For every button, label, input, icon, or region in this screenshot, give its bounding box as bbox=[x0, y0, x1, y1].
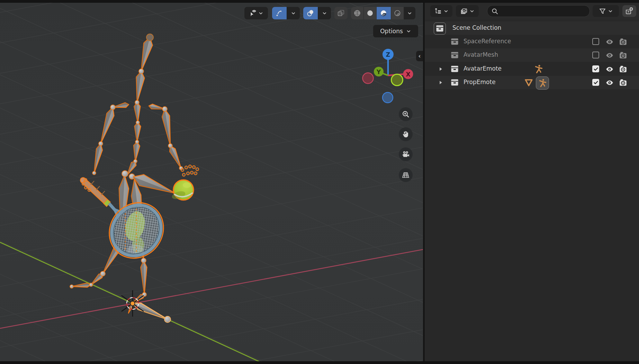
outliner-header bbox=[425, 3, 639, 19]
active-object-indicator bbox=[536, 76, 549, 90]
exclude-checkbox[interactable] bbox=[592, 38, 599, 45]
grid-toggle-button[interactable] bbox=[399, 168, 413, 182]
chevron-down-icon bbox=[469, 9, 475, 14]
show-gizmos-toggle[interactable] bbox=[272, 7, 287, 19]
shading-solid-button[interactable] bbox=[364, 7, 377, 19]
eye-icon[interactable] bbox=[605, 78, 614, 87]
x-axis-label: X bbox=[406, 71, 410, 78]
sidebar-collapse-tab[interactable]: ‹ bbox=[416, 51, 423, 61]
cursor-eye-icon bbox=[249, 9, 257, 17]
exclude-checkbox[interactable] bbox=[592, 52, 599, 58]
shading-dropdown[interactable] bbox=[404, 7, 415, 19]
row-label[interactable]: PropEmote bbox=[464, 79, 496, 85]
zoom-button[interactable] bbox=[399, 107, 413, 121]
axis-minus-x-ball[interactable] bbox=[363, 73, 374, 84]
movie-camera-icon bbox=[402, 150, 410, 158]
tennis-ball[interactable] bbox=[171, 180, 194, 201]
pan-button[interactable] bbox=[399, 127, 413, 141]
mesh-triangle-icon bbox=[524, 79, 533, 87]
outliner-row-avataremote[interactable]: AvatarEmote bbox=[425, 62, 639, 76]
chevron-down-icon bbox=[407, 11, 412, 16]
chevron-down-icon bbox=[443, 9, 449, 14]
search-icon bbox=[491, 8, 498, 15]
display-mode-dropdown[interactable] bbox=[456, 5, 479, 17]
shading-wireframe-button[interactable] bbox=[351, 7, 364, 19]
gizmo-icon bbox=[276, 9, 283, 17]
filter-funnel-icon bbox=[599, 8, 606, 15]
outliner-row-scene-collection[interactable]: Scene Collection bbox=[425, 21, 639, 35]
chevron-down-icon bbox=[291, 11, 296, 16]
grid-plane-icon bbox=[402, 171, 410, 179]
camera-icon[interactable] bbox=[619, 65, 628, 74]
xray-toggle[interactable] bbox=[334, 7, 348, 19]
chevron-down-icon bbox=[406, 29, 411, 34]
collection-icon bbox=[450, 78, 459, 87]
armature-skeleton[interactable] bbox=[70, 34, 183, 313]
show-overlays-toggle[interactable] bbox=[303, 7, 318, 19]
object-visibility-dropdown[interactable] bbox=[244, 7, 268, 19]
outliner-row-propemote[interactable]: PropEmote bbox=[425, 76, 639, 89]
camera-icon[interactable] bbox=[619, 51, 628, 60]
collection-icon bbox=[450, 65, 459, 73]
row-label[interactable]: SpaceReference bbox=[464, 38, 511, 45]
overlays-dropdown[interactable] bbox=[318, 7, 331, 19]
outliner-search[interactable] bbox=[487, 5, 590, 17]
row-label[interactable]: Scene Collection bbox=[452, 24, 501, 31]
eye-icon[interactable] bbox=[605, 37, 614, 46]
axis-minus-z-ball[interactable] bbox=[382, 92, 393, 103]
check-icon bbox=[593, 80, 598, 85]
top-edge bbox=[0, 0, 639, 3]
options-label: Options bbox=[380, 28, 403, 35]
3d-viewport[interactable]: Options Z Y X ‹ bbox=[0, 3, 423, 361]
filter-dropdown[interactable] bbox=[593, 5, 619, 17]
collection-icon bbox=[450, 37, 459, 46]
rendered-icon bbox=[394, 9, 401, 17]
gizmos-dropdown[interactable] bbox=[287, 7, 300, 19]
navigation-gizmo[interactable]: Z Y X bbox=[356, 44, 418, 106]
magnifier-plus-icon bbox=[402, 110, 410, 118]
row-label[interactable]: AvatarEmote bbox=[464, 65, 502, 72]
collection-icon bbox=[435, 24, 444, 33]
active-collection-indicator bbox=[434, 22, 446, 35]
eye-icon[interactable] bbox=[605, 65, 614, 74]
exclude-checkbox[interactable] bbox=[592, 65, 599, 72]
armature-icon bbox=[538, 79, 547, 88]
xray-icon bbox=[337, 9, 345, 17]
armature-icon bbox=[534, 64, 543, 74]
check-icon bbox=[593, 66, 598, 72]
shading-material-button[interactable] bbox=[377, 7, 391, 19]
shading-rendered-button[interactable] bbox=[391, 7, 404, 19]
editor-type-dropdown[interactable] bbox=[430, 5, 452, 17]
outliner-row-spacereference[interactable]: SpaceReference bbox=[425, 35, 639, 48]
chevron-down-icon bbox=[608, 9, 613, 14]
camera-icon[interactable] bbox=[619, 78, 628, 87]
outliner-row-avatarmesh[interactable]: AvatarMesh bbox=[425, 48, 639, 62]
blender-window: Options Z Y X ‹ bbox=[0, 0, 639, 364]
search-input[interactable] bbox=[501, 8, 582, 15]
camera-view-button[interactable] bbox=[399, 147, 413, 161]
new-collection-icon bbox=[625, 7, 633, 15]
show-gizmos-group bbox=[272, 7, 300, 19]
eye-icon[interactable] bbox=[605, 51, 614, 60]
collection-icon bbox=[450, 51, 459, 60]
expand-arrow-icon[interactable] bbox=[439, 80, 443, 85]
camera-icon[interactable] bbox=[619, 37, 628, 46]
show-overlays-group bbox=[303, 7, 331, 19]
row-label[interactable]: AvatarMesh bbox=[464, 51, 498, 58]
shading-mode-group bbox=[351, 7, 415, 19]
exclude-checkbox[interactable] bbox=[592, 79, 599, 86]
outliner-panel: Scene Collection SpaceReference AvatarMe… bbox=[425, 3, 639, 361]
options-button[interactable]: Options bbox=[373, 25, 418, 37]
new-collection-button[interactable] bbox=[622, 5, 636, 17]
chevron-down-icon bbox=[258, 11, 263, 16]
solid-sphere-icon bbox=[366, 9, 374, 17]
expand-arrow-icon[interactable] bbox=[439, 67, 443, 71]
material-preview-icon bbox=[380, 9, 387, 17]
outliner-tree-icon bbox=[434, 8, 442, 15]
x-axis-line bbox=[0, 249, 423, 328]
photo-stack-icon bbox=[460, 8, 468, 15]
hand-icon bbox=[402, 130, 410, 138]
wireframe-icon bbox=[353, 9, 361, 17]
axis-minus-y-ball[interactable] bbox=[392, 74, 403, 86]
bottom-edge bbox=[0, 361, 639, 364]
